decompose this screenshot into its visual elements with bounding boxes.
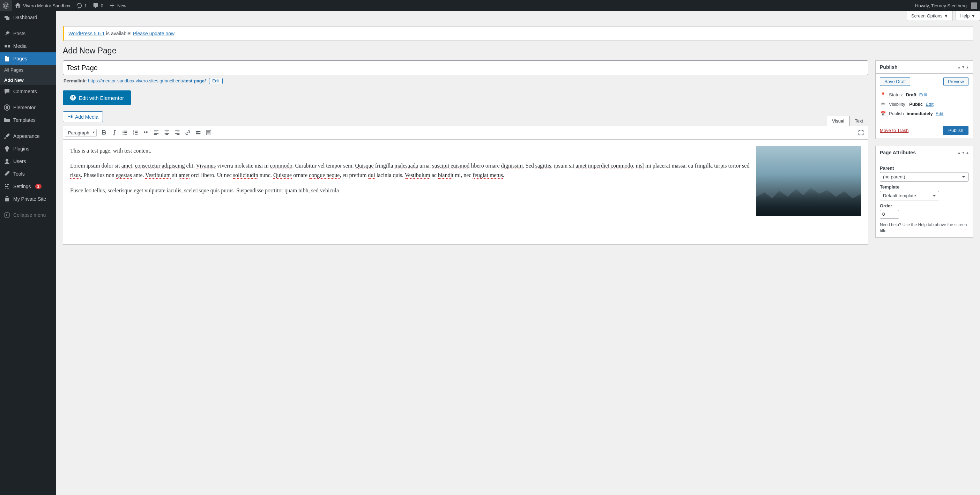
permalink-row: Permalink: https://mentor-sandbox.vivero… <box>64 78 868 84</box>
content-image[interactable] <box>756 146 861 216</box>
updates-link[interactable]: 1 <box>73 0 90 11</box>
wp-logo[interactable] <box>0 0 12 11</box>
sidebar-item-comments[interactable]: Comments <box>0 85 56 98</box>
edit-with-elementor-button[interactable]: Edit with Elementor <box>63 91 131 105</box>
order-input[interactable] <box>880 210 899 218</box>
sidebar-item-settings[interactable]: Settings1 <box>0 180 56 193</box>
help-tab[interactable]: Help ▼ <box>956 11 980 21</box>
sidebar-item-posts[interactable]: Posts <box>0 27 56 40</box>
bullet-list-button[interactable] <box>120 128 130 137</box>
parent-select[interactable]: (no parent) <box>880 172 969 181</box>
settings-badge: 1 <box>35 184 41 189</box>
template-select[interactable]: Default template <box>880 191 939 201</box>
permalink-link[interactable]: https://mentor-sandbox.vivero.sites.grin… <box>88 78 205 83</box>
svg-point-7 <box>123 132 124 133</box>
tab-text[interactable]: Text <box>850 116 868 126</box>
publish-metabox: Publish ▴▾▴ Save Draft Preview 📍Status: … <box>875 60 973 139</box>
sidebar-item-dashboard[interactable]: Dashboard <box>0 11 56 24</box>
update-icon <box>76 2 83 9</box>
home-icon <box>15 2 21 9</box>
save-draft-button[interactable]: Save Draft <box>880 77 910 86</box>
move-to-trash-link[interactable]: Move to Trash <box>880 128 908 133</box>
sidebar-item-media[interactable]: Media <box>0 40 56 53</box>
chevron-down-icon[interactable]: ▾ <box>962 65 964 70</box>
preview-button[interactable]: Preview <box>943 77 969 86</box>
admin-toolbar: Vivero Mentor Sandbox 1 0 New Howdy, Tie… <box>0 0 980 11</box>
pin-icon: 📍 <box>880 92 886 97</box>
camera-icon <box>67 113 73 120</box>
toolbar-toggle-button[interactable] <box>204 128 214 137</box>
align-right-button[interactable] <box>172 128 183 137</box>
edit-status-link[interactable]: Edit <box>919 92 927 97</box>
sidebar-item-elementor[interactable]: Elementor <box>0 101 56 114</box>
sidebar-item-users[interactable]: Users <box>0 155 56 167</box>
sidebar-item-appearance[interactable]: Appearance <box>0 130 56 142</box>
svg-point-0 <box>5 45 7 48</box>
folder-icon <box>3 116 11 124</box>
format-select[interactable]: Paragraph <box>65 129 97 137</box>
caret-up-icon[interactable]: ▴ <box>966 65 969 70</box>
screen-options-tab[interactable]: Screen Options ▼ <box>907 11 953 21</box>
main-content: Screen Options ▼ Help ▼ WordPress 5.6.1 … <box>56 11 980 495</box>
submenu-all-pages[interactable]: All Pages <box>0 65 56 75</box>
submenu-add-new[interactable]: Add New <box>0 75 56 85</box>
editor-toolbar: Paragraph 123 <box>63 126 868 140</box>
pin-icon <box>3 30 11 37</box>
page-heading: Add New Page <box>63 46 973 56</box>
chevron-down-icon: ▼ <box>971 13 975 19</box>
readmore-button[interactable] <box>193 128 204 137</box>
sidebar-item-private[interactable]: My Private Site <box>0 193 56 205</box>
blockquote-button[interactable] <box>141 128 151 137</box>
chevron-down-icon[interactable]: ▾ <box>962 150 964 155</box>
svg-rect-12 <box>206 131 211 135</box>
italic-button[interactable] <box>109 128 120 137</box>
bold-button[interactable] <box>99 128 109 137</box>
sidebar-item-plugins[interactable]: Plugins <box>0 142 56 155</box>
chevron-up-icon[interactable]: ▴ <box>958 150 960 155</box>
new-content[interactable]: New <box>106 0 129 11</box>
tab-visual[interactable]: Visual <box>827 116 850 126</box>
sidebar-item-pages[interactable]: Pages <box>0 53 56 65</box>
content-paragraph: Fusce leo tellus, scelerisque eget vulpu… <box>70 186 861 195</box>
wp-version-link[interactable]: WordPress 5.6.1 <box>68 31 105 36</box>
admin-menu: Dashboard Posts Media Pages All Pages Ad… <box>0 11 56 495</box>
sidebar-item-tools[interactable]: Tools <box>0 167 56 180</box>
title-input[interactable] <box>63 60 868 75</box>
wrench-icon <box>3 170 11 177</box>
fullscreen-button[interactable] <box>856 128 866 137</box>
lock-icon <box>3 196 11 202</box>
align-center-button[interactable] <box>162 128 172 137</box>
attributes-help-text: Need help? Use the Help tab above the sc… <box>880 222 969 234</box>
edit-visibility-link[interactable]: Edit <box>926 102 933 107</box>
publish-button[interactable]: Publish <box>943 126 969 135</box>
publish-title: Publish <box>880 64 897 70</box>
numbered-list-button[interactable]: 123 <box>130 128 141 137</box>
editor-content[interactable]: This is a test page, with test content. … <box>63 140 868 244</box>
permalink-edit-button[interactable]: Edit <box>209 78 223 84</box>
settings-icon <box>3 183 11 190</box>
content-paragraph: This is a test page, with test content. <box>70 146 861 155</box>
comments-count: 0 <box>101 3 103 8</box>
svg-point-5 <box>68 116 70 117</box>
add-media-button[interactable]: Add Media <box>63 111 103 122</box>
chevron-up-icon[interactable]: ▴ <box>958 65 960 70</box>
my-account[interactable]: Howdy, Tierney Steelberg <box>912 0 980 11</box>
site-link[interactable]: Vivero Mentor Sandbox <box>12 0 73 11</box>
edit-schedule-link[interactable]: Edit <box>935 111 943 116</box>
sidebar-item-templates[interactable]: Templates <box>0 114 56 126</box>
calendar-icon: 📅 <box>880 111 886 116</box>
new-label: New <box>117 3 126 8</box>
caret-up-icon[interactable]: ▴ <box>966 150 969 155</box>
content-paragraph: Lorem ipsum dolor sit amet, consectetur … <box>70 161 861 180</box>
wordpress-icon <box>3 2 9 9</box>
site-name: Vivero Mentor Sandbox <box>23 3 70 8</box>
svg-point-8 <box>123 134 124 135</box>
align-left-button[interactable] <box>151 128 162 137</box>
link-button[interactable] <box>183 128 193 137</box>
update-now-link[interactable]: Please update now <box>133 31 174 36</box>
comments-link[interactable]: 0 <box>90 0 106 11</box>
comment-icon <box>3 88 11 95</box>
sidebar-collapse[interactable]: Collapse menu <box>0 209 56 221</box>
chevron-down-icon: ▼ <box>944 13 948 19</box>
update-notice: WordPress 5.6.1 is available! Please upd… <box>63 26 973 41</box>
